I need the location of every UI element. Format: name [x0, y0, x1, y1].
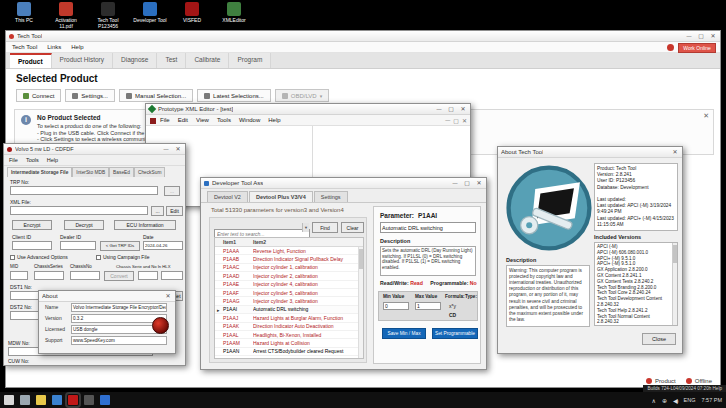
parameter-row[interactable]: P1AAI Automatic DRL switching — [215, 306, 363, 314]
toolbar-button[interactable]: Settings... — [65, 89, 115, 102]
get-trp-ids-button[interactable]: < Get TRP IDs — [100, 241, 140, 251]
storage-tab[interactable]: CheckSum — [134, 167, 165, 177]
clear-button[interactable]: Clear — [341, 222, 364, 233]
encrypt-button[interactable]: Encrypt — [12, 220, 52, 230]
table-scrollbar[interactable] — [358, 247, 363, 358]
main-tab[interactable]: Diagnose — [113, 53, 157, 68]
devtool-tab[interactable]: Devtool V2 — [207, 191, 248, 202]
close-button[interactable] — [671, 146, 679, 158]
desktop-icon[interactable]: Tech Tool P123456 — [90, 2, 126, 29]
menu-item[interactable]: Links — [47, 44, 61, 50]
close-button[interactable] — [475, 177, 483, 189]
menu-item[interactable]: Help — [71, 44, 83, 50]
visfed-taskbar-icon[interactable] — [68, 395, 78, 405]
devtool-tab[interactable]: Settings — [314, 191, 348, 202]
maximize-button[interactable] — [447, 103, 455, 115]
parameter-row[interactable]: P1AAL Headlights, Bi-Xenon, Installed — [215, 331, 363, 339]
main-tab[interactable]: Test — [157, 53, 186, 68]
close-dialog-button[interactable]: Close — [642, 333, 676, 345]
parameter-row[interactable]: P1AAO Low Beam Stay-on, Function — [215, 356, 363, 359]
toolbar-button[interactable]: Manual Selection... — [119, 89, 193, 102]
tray-expand-icon[interactable] — [652, 397, 656, 404]
child-restore-button[interactable] — [453, 117, 459, 124]
decrypt-button[interactable]: Decrypt — [64, 220, 104, 230]
desktop-icon[interactable]: XMLEditor — [216, 2, 252, 29]
chassis-serie-hlx-input[interactable] — [138, 271, 158, 280]
start-button[interactable] — [4, 395, 14, 405]
parameter-row[interactable]: P1AAK Direction Indicator Auto Deactivat… — [215, 323, 363, 331]
work-online-button[interactable]: Work Online — [678, 43, 716, 53]
desktop-icon[interactable]: This PC — [6, 2, 42, 29]
maximize-button[interactable] — [697, 30, 705, 42]
storage-tab[interactable]: Intermediate Storage File — [7, 167, 72, 177]
menu-item[interactable]: Tools — [26, 157, 39, 163]
parameter-row[interactable]: P1AAA Reverse Light, Function — [215, 247, 363, 255]
close-button[interactable] — [164, 290, 172, 302]
main-tab[interactable]: Product History — [52, 53, 113, 68]
campaign-file-checkbox[interactable]: Using Campaign File — [96, 254, 149, 260]
menu-item[interactable]: File — [9, 157, 18, 163]
close-button[interactable] — [174, 143, 182, 155]
menu-item[interactable]: File — [160, 117, 170, 123]
parameter-row[interactable]: P1AAC Injector cylinder 1, calibration — [215, 264, 363, 272]
chassis-no-input[interactable] — [70, 271, 100, 280]
dealer-id-input[interactable] — [60, 241, 96, 250]
network-icon[interactable] — [662, 397, 667, 404]
date-input[interactable] — [143, 241, 183, 250]
pinned-app-icon[interactable] — [20, 395, 30, 405]
language-indicator[interactable]: ENG — [684, 397, 696, 403]
ecu-information-button[interactable]: ECU Information — [114, 220, 176, 230]
parameter-row[interactable]: P1AAB Direction Indicator Signal Pullbac… — [215, 255, 363, 263]
clock[interactable]: 7:57 PM — [702, 397, 722, 403]
parameter-row[interactable]: P1AAE Injector cylinder 4, calibration — [215, 281, 363, 289]
desktop-icon[interactable]: Activation 11.pdf — [48, 2, 84, 29]
menu-item[interactable]: View — [196, 117, 209, 123]
child-close-button[interactable] — [462, 117, 467, 124]
menu-item[interactable]: Tools — [217, 117, 231, 123]
parameter-row[interactable]: P1AAJ Hazard Lights at Burglar Alarm, Fu… — [215, 314, 363, 322]
file-explorer-icon[interactable] — [36, 395, 46, 405]
chassis-series-input[interactable] — [34, 271, 64, 280]
minimize-button[interactable] — [162, 143, 170, 155]
menu-item[interactable]: Help — [47, 157, 58, 163]
chassis-no-hlx-input[interactable] — [161, 271, 183, 280]
toolbar-button[interactable]: Connect — [16, 89, 61, 102]
minimize-button[interactable] — [451, 177, 459, 189]
max-value-input[interactable] — [415, 302, 441, 310]
parameter-row[interactable]: P1AAM Hazard Lights at Collision — [215, 339, 363, 347]
menu-item[interactable]: Help — [268, 117, 280, 123]
desktop-icon[interactable]: Developer Tool — [132, 2, 168, 29]
trp-no-input[interactable] — [10, 186, 158, 195]
toolbar-button[interactable]: OBD/LVD — [275, 89, 329, 102]
menu-item[interactable]: Tech Tool — [12, 44, 37, 50]
edit-button[interactable]: Edit — [166, 206, 183, 216]
included-versions-list[interactable]: APCI (-M)APCI (-M) 606.080.001.0APCI+ (-… — [594, 242, 678, 326]
devtool-tab[interactable]: Devtool Plus V3/V4 — [249, 191, 313, 202]
minimize-button[interactable] — [435, 103, 443, 115]
storage-tab[interactable]: BaseEd — [109, 167, 134, 177]
parameter-row[interactable]: P1AAN Arrest CTS/Bodybuilder cleared Req… — [215, 348, 363, 356]
minimize-button[interactable] — [685, 30, 693, 42]
storage-tab[interactable]: InterSto MDB — [72, 167, 109, 177]
close-button[interactable] — [459, 103, 467, 115]
convert-button[interactable]: Convert — [104, 271, 134, 281]
combo-dropdown-icon[interactable]: ▼ — [302, 223, 309, 232]
toolbar-button[interactable]: Latest Selections... — [197, 89, 271, 102]
tech-tool-taskbar-icon[interactable] — [84, 395, 94, 405]
client-id-input[interactable] — [12, 241, 52, 250]
main-tab[interactable]: Program — [229, 53, 271, 68]
save-min-max-button[interactable]: Save Min / Max — [382, 328, 426, 339]
versions-scrollbar[interactable] — [672, 243, 677, 325]
desktop-icon[interactable]: VISFED — [174, 2, 210, 29]
find-button[interactable]: Find — [312, 222, 338, 233]
advanced-options-checkbox[interactable]: Use Advanced Options — [10, 254, 68, 260]
trp-browse-button[interactable]: ... — [164, 186, 180, 196]
mid-input[interactable] — [10, 271, 28, 280]
child-minimize-button[interactable] — [445, 117, 450, 124]
parameter-row[interactable]: P1AAD Injector cylinder 2, calibration — [215, 272, 363, 280]
parameter-row[interactable]: P1AAF Injector cylinder 5, calibration — [215, 289, 363, 297]
menu-item[interactable]: Window — [239, 117, 260, 123]
maximize-button[interactable] — [463, 177, 471, 189]
menu-item[interactable]: Edit — [178, 117, 188, 123]
volume-icon[interactable] — [673, 397, 678, 404]
